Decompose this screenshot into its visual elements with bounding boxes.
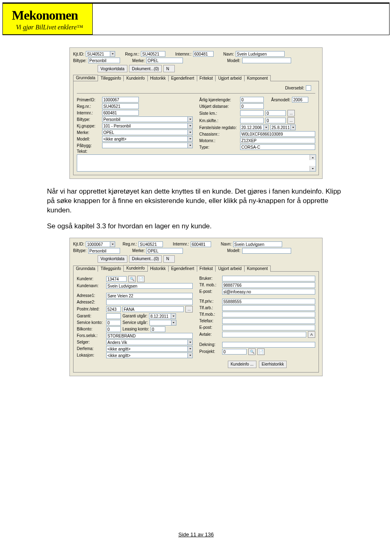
field-utkjort[interactable]: 0: [240, 103, 264, 109]
field-leasingkonto[interactable]: 0: [151, 326, 165, 332]
search-icon[interactable]: 🔍: [248, 348, 256, 355]
field-tlfpriv[interactable]: 55888555: [222, 299, 315, 304]
search-icon[interactable]: 🔍: [128, 276, 136, 282]
tab-ugjortarbeid[interactable]: Ugjort arbeid: [215, 266, 244, 272]
field-kjgruppe[interactable]: 101 - Personbil: [102, 123, 188, 129]
field-serviceutgar[interactable]: [149, 320, 172, 326]
checkbox-diversebil[interactable]: [306, 85, 311, 91]
field-tlfmob[interactable]: 98887766: [222, 282, 315, 288]
button-eierhistorikk[interactable]: Eierhistorikk: [259, 361, 287, 368]
field-internnr[interactable]: 600481: [191, 241, 211, 247]
button-vognkortdata[interactable]: Vognkortdata: [98, 255, 127, 263]
chevron-down-icon[interactable]: [291, 125, 296, 130]
button-n[interactable]: N: [163, 65, 175, 72]
field-kundenr[interactable]: 13474: [106, 276, 127, 282]
button-dokument[interactable]: Dokument...(0): [129, 255, 162, 263]
field-adresse2[interactable]: [106, 299, 193, 305]
scroll-up-icon[interactable]: [310, 155, 316, 160]
tab-historikk[interactable]: Historikk: [147, 75, 169, 81]
field-sistekm-b[interactable]: 0: [265, 110, 286, 116]
tab-tilleggsinfo[interactable]: Tilleggsinfo: [98, 266, 124, 272]
field-dekning[interactable]: [222, 342, 315, 348]
new-icon[interactable]: 📄: [137, 276, 145, 282]
chevron-down-icon[interactable]: [110, 51, 115, 57]
field-type[interactable]: CORSA-C: [240, 144, 315, 150]
button-avtale[interactable]: A: [308, 331, 315, 338]
field-selger[interactable]: Anders Vik: [106, 339, 188, 345]
field-garanti[interactable]: [106, 313, 121, 319]
field-garantiutgar[interactable]: 8.12.2011: [149, 313, 171, 319]
field-regnr[interactable]: SU40521: [138, 241, 163, 247]
chevron-down-icon[interactable]: [188, 129, 193, 135]
field-kmskifte-a[interactable]: [240, 118, 264, 123]
button-more[interactable]: ...: [287, 117, 295, 124]
field-postnr[interactable]: 5243: [106, 306, 121, 312]
field-prosjekt[interactable]: 0: [222, 349, 247, 355]
field-servicekonto[interactable]: 0: [106, 320, 121, 326]
field-telefax[interactable]: [222, 318, 315, 324]
field-navn[interactable]: Svein Ludvigsen: [233, 241, 282, 247]
field-poststed[interactable]: FANA: [122, 306, 184, 312]
tab-komponent[interactable]: Komponent: [244, 75, 271, 81]
field-merke2[interactable]: OPEL: [102, 129, 188, 135]
field-arligkjl[interactable]: 0: [240, 97, 264, 103]
field-regnr[interactable]: SU40521: [141, 51, 165, 57]
button-n[interactable]: N: [163, 255, 175, 263]
field-modell[interactable]: [242, 58, 291, 63]
field-lokasjon[interactable]: <ikke angitt>: [106, 353, 188, 358]
field-derfema[interactable]: <ikke angitt>: [106, 346, 188, 352]
tab-kundeinfo[interactable]: Kundeinfo: [123, 75, 147, 81]
field-kjtid[interactable]: 1000067: [86, 241, 110, 247]
field-chassis[interactable]: W0L0XCF6866103089: [240, 131, 315, 137]
field-biltype[interactable]: Personbil: [88, 58, 120, 63]
chevron-down-icon[interactable]: [188, 116, 193, 122]
field-epost[interactable]: sl@infoeasy.no: [222, 289, 315, 295]
field-sistekm-a[interactable]: [240, 110, 264, 116]
field-avtale[interactable]: [222, 332, 306, 337]
field-primaerid[interactable]: 1000067: [102, 97, 139, 103]
chevron-down-icon[interactable]: [188, 346, 193, 352]
tab-egendefinert[interactable]: Egendefinert: [168, 75, 197, 81]
button-vognkortdata[interactable]: Vognkortdata: [98, 65, 127, 72]
field-merke[interactable]: OPEL: [146, 58, 183, 63]
textarea-tekst[interactable]: [77, 154, 316, 172]
field-epost2[interactable]: [222, 325, 315, 330]
chevron-down-icon[interactable]: [188, 339, 193, 345]
tab-grunndata[interactable]: Grunndata: [73, 75, 98, 81]
tab-historikk[interactable]: Historikk: [147, 266, 169, 272]
chevron-down-icon[interactable]: [188, 123, 193, 129]
tab-fritekst[interactable]: Fritekst: [197, 266, 216, 272]
tab-tilleggsinfo[interactable]: Tilleggsinfo: [98, 75, 124, 81]
field-internnr[interactable]: 600481: [193, 51, 214, 57]
field-modell[interactable]: [242, 248, 291, 254]
field-pabygg[interactable]: [102, 143, 188, 148]
field-biltype2[interactable]: Personbil: [102, 116, 188, 122]
chevron-down-icon[interactable]: [172, 320, 176, 326]
chevron-down-icon[interactable]: [188, 136, 193, 142]
button-more[interactable]: ...: [287, 110, 295, 116]
field-regdato-b[interactable]: 25.8.2011: [270, 125, 291, 130]
chevron-down-icon[interactable]: [264, 125, 269, 130]
field-modell2[interactable]: <ikke angitt>: [102, 136, 188, 142]
tab-komponent[interactable]: Komponent: [244, 266, 271, 272]
chevron-down-icon[interactable]: [171, 313, 176, 319]
field-merke[interactable]: OPEL: [146, 248, 183, 254]
field-regnr2[interactable]: SU40521: [102, 103, 139, 109]
field-adresse1[interactable]: Søre Veien 22: [106, 293, 193, 299]
chevron-down-icon[interactable]: [188, 353, 193, 358]
field-kundenavn[interactable]: Svein Ludvigsen: [106, 283, 193, 289]
field-motornr[interactable]: Z12XEP: [240, 138, 315, 143]
field-bruker[interactable]: [222, 276, 315, 281]
field-kjtid[interactable]: SU40521: [86, 51, 110, 57]
field-tlfmob2[interactable]: [222, 312, 315, 317]
field-bilkonto[interactable]: 0: [106, 326, 121, 332]
button-more[interactable]: ...: [185, 306, 193, 312]
field-regdato-a[interactable]: 20.12.2006: [240, 125, 264, 130]
tab-egendefinert[interactable]: Egendefinert: [168, 266, 197, 272]
field-navn[interactable]: Svein Ludvigsen: [236, 51, 285, 57]
tab-ugjortarbeid[interactable]: Ugjort arbeid: [215, 75, 244, 81]
chevron-down-icon[interactable]: [110, 241, 115, 247]
field-arsmodell[interactable]: 2006: [292, 97, 308, 103]
chevron-down-icon[interactable]: [188, 143, 193, 148]
tab-fritekst[interactable]: Fritekst: [197, 75, 216, 81]
